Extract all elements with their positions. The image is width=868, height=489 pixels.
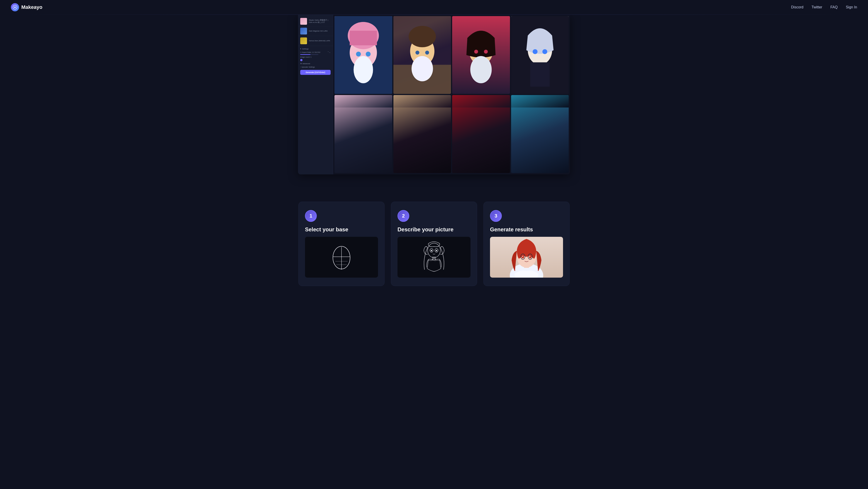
- lineart-svg: [421, 238, 447, 276]
- miyako-label: Miyako Saitou 齋藤都子 | Oshi no Ko 推しの子: [309, 19, 331, 24]
- magician-thumb: [300, 28, 307, 34]
- samus-label: Samus Aran (Metroid) LoRA: [309, 40, 330, 42]
- app-preview: Miyako Saitou 齋藤都子 | Oshi no Ko 推しの子 Dar…: [298, 15, 570, 175]
- gear-icon: ⚙: [300, 63, 302, 65]
- nav-twitter[interactable]: Twitter: [811, 5, 822, 9]
- chevron-right-icon: ›: [300, 66, 301, 68]
- image-count-label: Image count:: [300, 56, 310, 58]
- gallery-img-5[interactable]: [335, 95, 392, 173]
- step-1-card: 1 Select your base: [299, 202, 384, 286]
- svg-point-8: [353, 56, 373, 83]
- sidebar-item-samus[interactable]: Samus Aran (Metroid) LoRA: [298, 36, 333, 46]
- step-3-number: 3: [495, 213, 497, 219]
- advanced-row[interactable]: ⚙ Advanced: [300, 63, 331, 65]
- how-cards-container: 1 Select your base: [298, 202, 570, 286]
- gallery-img-7[interactable]: [452, 95, 510, 173]
- step-3-badge: 3: [490, 210, 502, 222]
- svg-point-35: [436, 250, 437, 251]
- sidebar-panel: Miyako Saitou 齋藤都子 | Oshi no Ko 推しの子 Dar…: [298, 15, 333, 175]
- step-3-card: 3 Generate results: [484, 202, 569, 286]
- result-image-container: [490, 237, 563, 278]
- svg-point-19: [484, 50, 488, 54]
- step-2-card: 2 Describe your picture: [391, 202, 477, 286]
- settings-label: Settings: [302, 48, 309, 50]
- aspect-ratio-label: Aspect Ratio:: [302, 52, 312, 53]
- step-1-badge: 1: [305, 210, 317, 222]
- svg-point-7: [366, 52, 371, 57]
- svg-point-24: [542, 49, 547, 54]
- svg-point-31: [428, 243, 440, 258]
- upscaler-row[interactable]: › Upscaler Settings: [300, 66, 331, 68]
- svg-point-13: [415, 51, 419, 55]
- hero-section: Miyako Saitou 齋藤都子 | Oshi no Ko 推しの子 Dar…: [0, 15, 868, 179]
- step-2-badge: 2: [398, 210, 409, 222]
- svg-point-1: [14, 7, 16, 8]
- magician-label: Dark Magician Girl LoRA: [309, 30, 328, 32]
- miyako-thumb: [300, 18, 307, 25]
- step-1-title: Select your base: [305, 226, 348, 233]
- step-3-title: Generate results: [490, 226, 533, 233]
- svg-rect-25: [530, 62, 550, 87]
- base-sketch-image: [305, 237, 378, 278]
- brand: Makeayo: [11, 3, 42, 11]
- generate-button[interactable]: Generate (Ctrl+Enter): [300, 70, 331, 75]
- nav-links: Discord Twitter FAQ Sign In: [791, 5, 857, 9]
- code-icon: ⟨⟩: [300, 52, 302, 53]
- face-sketch-svg: [329, 241, 354, 273]
- step-3-image: [490, 237, 563, 278]
- sidebar-item-magician[interactable]: Dark Magician Girl LoRA: [298, 26, 333, 36]
- step-2-title: Describe your picture: [398, 226, 454, 233]
- aspect-slider[interactable]: [300, 54, 318, 55]
- svg-rect-5: [350, 31, 377, 45]
- nav-faq[interactable]: FAQ: [830, 5, 838, 9]
- brand-name: Makeayo: [21, 4, 42, 10]
- aspect-slider-fill: [300, 54, 310, 55]
- sidebar-item-miyako[interactable]: Miyako Saitou 齋藤都子 | Oshi no Ko 推しの子: [298, 17, 333, 26]
- count-selector[interactable]: [300, 59, 303, 61]
- advanced-label: Advanced: [303, 63, 310, 65]
- gallery-img-2[interactable]: [394, 16, 451, 94]
- svg-point-14: [425, 51, 429, 55]
- navbar: Makeayo Discord Twitter FAQ Sign In: [0, 0, 868, 14]
- svg-point-45: [522, 256, 523, 257]
- how-it-works-section: 1 Select your base: [0, 188, 868, 300]
- aspect-arrow[interactable]: ⌃⌄: [328, 51, 331, 53]
- result-svg: [490, 237, 563, 278]
- settings-section: ▾ Settings ⟨⟩ Aspect Ratio: 1:1 512,512 …: [298, 46, 333, 77]
- svg-point-6: [356, 52, 361, 57]
- gallery-img-1[interactable]: [335, 16, 392, 94]
- section-gap: [0, 179, 868, 188]
- aspect-ratio-value: 1:1: [312, 52, 314, 53]
- aspect-ratio-row: ⟨⟩ Aspect Ratio: 1:1 512,512 ⌃⌄: [300, 51, 331, 53]
- gallery-img-4[interactable]: [511, 16, 569, 94]
- image-count-section: Image count: 1: [300, 56, 331, 58]
- svg-point-44: [529, 255, 531, 258]
- svg-point-23: [533, 49, 537, 54]
- samus-thumb: [300, 37, 307, 44]
- svg-point-18: [474, 50, 478, 54]
- svg-point-20: [470, 56, 492, 83]
- step-1-number: 1: [310, 213, 312, 219]
- gallery-img-3[interactable]: [452, 16, 510, 94]
- gallery-img-8[interactable]: [511, 95, 569, 173]
- step-1-image: [305, 237, 378, 278]
- svg-point-34: [431, 250, 432, 251]
- logo-icon: [11, 3, 19, 11]
- lineart-container: [398, 237, 470, 278]
- svg-point-46: [529, 256, 530, 257]
- svg-point-12: [409, 26, 436, 47]
- step-2-number: 2: [402, 213, 405, 219]
- aspect-ratio-size: 512,512: [314, 52, 320, 53]
- nav-signin[interactable]: Sign In: [846, 5, 857, 9]
- image-grid: [333, 15, 570, 175]
- settings-header: ▾ Settings: [300, 48, 331, 50]
- upscaler-label: Upscaler Settings: [302, 66, 315, 68]
- svg-point-43: [522, 255, 524, 258]
- gallery-img-6[interactable]: [394, 95, 451, 173]
- nav-discord[interactable]: Discord: [791, 5, 803, 9]
- step-2-image: [398, 237, 470, 278]
- image-count-value: 1: [310, 56, 311, 58]
- svg-point-15: [411, 56, 433, 82]
